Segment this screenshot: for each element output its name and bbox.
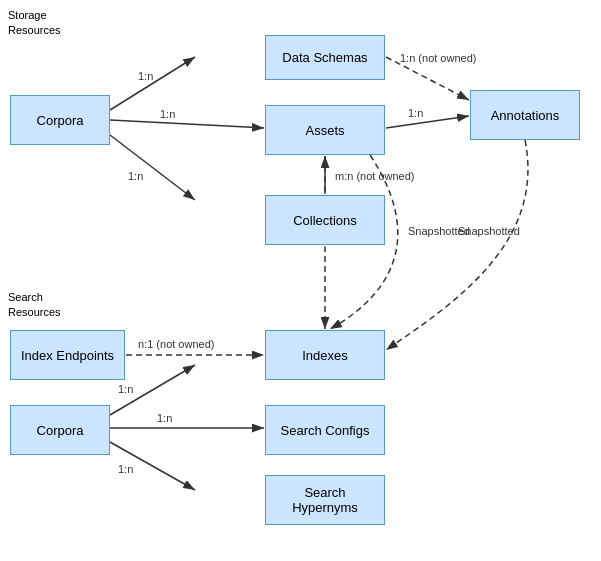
label-1n-assets: 1:n (160, 108, 175, 120)
label-data-schemas: Data Schemas (282, 50, 367, 65)
box-corpora1: Corpora (10, 95, 110, 145)
box-corpora2: Corpora (10, 405, 110, 455)
svg-line-3 (110, 120, 264, 128)
label-corpora1: Corpora (37, 113, 84, 128)
box-search-hypernyms: Search Hypernyms (265, 475, 385, 525)
label-indexes: Indexes (302, 348, 348, 363)
svg-line-2 (110, 57, 195, 110)
label-mn-notowned: m:n (not owned) (335, 170, 414, 182)
label-1n-searchhypernyms: 1:n (118, 463, 133, 475)
label-n1-notowned: n:1 (not owned) (138, 338, 214, 350)
box-annotations: Annotations (470, 90, 580, 140)
label-1n-annotations: 1:n (408, 107, 423, 119)
label-assets: Assets (305, 123, 344, 138)
box-index-endpoints: Index Endpoints (10, 330, 125, 380)
label-1n-notowned-schemas: 1:n (not owned) (400, 52, 476, 64)
label-1n-collections: 1:n (128, 170, 143, 182)
label-1n-schemas: 1:n (138, 70, 153, 82)
box-data-schemas: Data Schemas (265, 35, 385, 80)
label-annotations: Annotations (491, 108, 560, 123)
label-snapshotted-annotations: Snapshotted (458, 225, 520, 237)
label-1n-corpora2-indexes: 1:n (118, 383, 133, 395)
diagram: StorageResources SearchResources 1:n 1:n… (0, 0, 601, 561)
box-assets: Assets (265, 105, 385, 155)
label-1n-searchconfigs: 1:n (157, 412, 172, 424)
label-index-endpoints: Index Endpoints (21, 348, 114, 363)
svg-line-4 (110, 135, 195, 200)
box-collections: Collections (265, 195, 385, 245)
label-collections: Collections (293, 213, 357, 228)
box-search-configs: Search Configs (265, 405, 385, 455)
label-search-hypernyms: Search Hypernyms (274, 485, 376, 515)
svg-line-6 (386, 116, 469, 128)
box-indexes: Indexes (265, 330, 385, 380)
label-search-configs: Search Configs (281, 423, 370, 438)
label-corpora2: Corpora (37, 423, 84, 438)
